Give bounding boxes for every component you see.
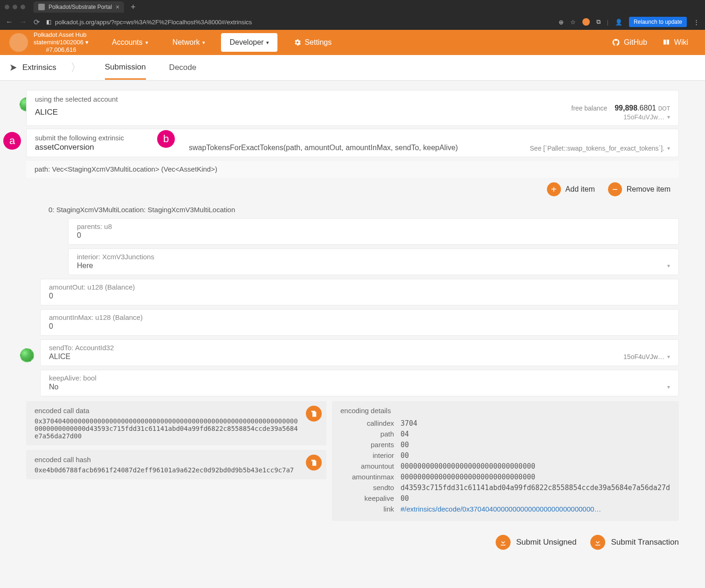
plus-icon: + [547, 182, 561, 196]
nav-network[interactable]: Network ▾ [160, 30, 218, 55]
reload-icon[interactable]: ⟳ [34, 18, 40, 27]
github-label: GitHub [624, 38, 647, 47]
parents-label: parents: u8 [69, 219, 678, 231]
tab-bar: Polkadot/Substrate Portal × + [0, 0, 705, 14]
remove-item-button[interactable]: − Remove item [608, 182, 670, 196]
detail-row-interior: interior00 [340, 451, 670, 460]
chevron-down-icon: ▾ [145, 40, 148, 46]
nav-settings[interactable]: Settings [281, 30, 344, 55]
detail-row-amountinmax: amountinmax00000000000000000000000000000… [340, 473, 670, 481]
browser-chrome: Polkadot/Substrate Portal × + ← → ⟳ ◧ po… [0, 0, 705, 30]
parents-field[interactable]: parents: u8 0 [68, 218, 679, 245]
relaunch-button[interactable]: Relaunch to update [629, 17, 687, 27]
nav-developer[interactable]: Developer ▾ [221, 33, 277, 52]
amountinmax-value: 0 [49, 322, 53, 331]
sendto-field[interactable]: sendTo: AccountId32 ALICE 15oF4uVJw… ▾ [40, 339, 679, 366]
chevron-down-icon: ▾ [667, 263, 670, 269]
wiki-label: Wiki [674, 38, 688, 47]
favicon-icon [38, 4, 45, 10]
balance-unit: DOT [658, 105, 670, 112]
page-title: Extrinsics 〉 [9, 60, 82, 75]
detail-row-sendto: sendtod43593c715fdd31c61141abd04a99fd682… [340, 484, 670, 492]
balance-frac: .6801 [637, 104, 656, 112]
new-tab-button[interactable]: + [128, 2, 138, 12]
amountinmax-label: amountInMax: u128 (Balance) [41, 310, 678, 322]
method-selector[interactable]: b swapTokensForExactTokens(path, amountO… [166, 129, 678, 157]
profile-icon[interactable]: 👤 [615, 19, 622, 26]
encoded-calldata-label: encoded call data [35, 407, 318, 415]
address-bar: ← → ⟳ ◧ polkadot.js.org/apps/?rpc=ws%3A%… [0, 14, 705, 30]
browser-menu-icon[interactable]: ⋮ [693, 19, 699, 26]
bookmark-icon[interactable]: ☆ [570, 19, 576, 26]
detail-row-parents: parents00 [340, 441, 670, 449]
extrinsic-label: submit the following extrinsic [35, 134, 158, 143]
submit-unsigned-button[interactable]: Submit Unsigned [496, 535, 576, 550]
copy-calldata-button[interactable] [306, 406, 322, 422]
chevron-down-icon: ▾ [667, 114, 670, 120]
chain-selector[interactable]: Polkadot Asset Hub statemint/1002006 ▾ #… [0, 31, 100, 54]
chevron-down-icon: ▾ [85, 39, 89, 46]
pallet-name: assetConversion [35, 143, 158, 152]
vec-controls: + Add item − Remove item [26, 178, 679, 201]
sendto-addr-short: 15oF4uVJw… [623, 353, 664, 360]
account-selector[interactable]: using the selected account ALICE free ba… [26, 90, 679, 126]
interior-field[interactable]: interior: XcmV3Junctions Here ▾ [68, 249, 679, 275]
minimize-window-icon[interactable] [13, 5, 17, 9]
encoding-details-title: encoding details [340, 407, 670, 415]
url-box[interactable]: ◧ polkadot.js.org/apps/?rpc=ws%3A%2F%2Fl… [46, 19, 552, 26]
submit-unsigned-label: Submit Unsigned [516, 538, 576, 547]
submit-transaction-button[interactable]: Submit Transaction [590, 535, 679, 550]
account-address-short: 15oF4uVJw… [623, 113, 664, 121]
nav-accounts[interactable]: Accounts ▾ [100, 30, 160, 55]
chevron-down-icon: ▾ [266, 40, 269, 46]
pallet-selector[interactable]: submit the following extrinsic assetConv… [27, 129, 166, 157]
url-text: polkadot.js.org/apps/?rpc=ws%3A%2F%2Floc… [55, 19, 252, 26]
chain-spec: statemint/1002006 [34, 39, 83, 46]
extensions-menu-icon[interactable]: ⧉ [596, 18, 601, 26]
close-tab-icon[interactable]: × [116, 3, 119, 11]
back-icon[interactable]: ← [6, 18, 13, 26]
close-window-icon[interactable] [5, 5, 9, 9]
decode-link[interactable]: #/extrinsics/decode/0x370404000000000000… [401, 505, 670, 513]
minus-icon: − [608, 182, 622, 196]
action-row: Submit Unsigned Submit Transaction [26, 535, 679, 550]
copy-callhash-button[interactable] [306, 455, 322, 470]
amountinmax-field[interactable]: amountInMax: u128 (Balance) 0 [40, 309, 679, 336]
keepalive-label: keepAlive: bool [41, 370, 678, 383]
detail-row-keepalive: keepalive00 [340, 494, 670, 503]
copy-icon [310, 458, 318, 467]
zoom-icon[interactable]: ⊕ [559, 19, 564, 26]
keepalive-field[interactable]: keepAlive: bool No ▾ [40, 370, 679, 396]
amountout-label: amountOut: u128 (Balance) [41, 279, 678, 292]
tab-title: Polkadot/Substrate Portal [48, 4, 112, 10]
chain-logo-icon [9, 33, 28, 52]
extension-icon[interactable] [582, 18, 590, 26]
chevron-down-icon: ▾ [667, 384, 670, 390]
tab-decode[interactable]: Decode [169, 56, 197, 79]
detail-row-path: path04 [340, 430, 670, 438]
browser-tab[interactable]: Polkadot/Substrate Portal × [34, 1, 124, 13]
app-header: Polkadot Asset Hub statemint/1002006 ▾ #… [0, 30, 705, 55]
account-name: ALICE [35, 108, 58, 117]
method-name: swapTokensForExactTokens(path, amountOut… [189, 144, 458, 152]
marker-a: a [3, 132, 21, 150]
interior-value: Here [77, 262, 93, 270]
forward-icon[interactable]: → [20, 18, 27, 26]
amountout-field[interactable]: amountOut: u128 (Balance) 0 [40, 279, 679, 305]
sendto-value: ALICE [49, 353, 70, 361]
chevron-down-icon: ▾ [202, 40, 205, 46]
sendto-identicon-icon [20, 348, 34, 362]
balance-label: free balance [571, 104, 607, 112]
encoded-calldata-value: 0x37040400000000000000000000000000000000… [35, 417, 318, 440]
add-item-button[interactable]: + Add item [547, 182, 595, 196]
site-info-icon[interactable]: ◧ [46, 19, 51, 25]
gear-icon [293, 38, 302, 47]
parents-value: 0 [77, 231, 81, 240]
maximize-window-icon[interactable] [21, 5, 25, 9]
nav-accounts-label: Accounts [112, 38, 143, 47]
github-link[interactable]: GitHub [604, 38, 655, 47]
tab-submission[interactable]: Submission [105, 56, 146, 80]
method-doc: See [`Pallet::swap_tokens_for_exact_toke… [530, 145, 664, 152]
wiki-link[interactable]: Wiki [655, 38, 696, 47]
nav-developer-label: Developer [229, 38, 263, 47]
